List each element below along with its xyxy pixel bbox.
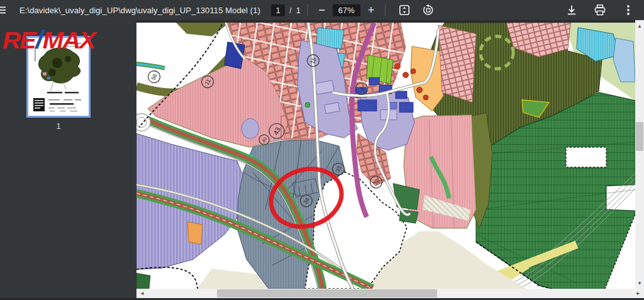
scroll-right-arrow[interactable]: ► bbox=[634, 289, 643, 298]
viewer-body: 1 RE/MAX bbox=[0, 20, 644, 300]
map-roundabout bbox=[136, 114, 150, 131]
page-divider: / bbox=[289, 6, 292, 15]
fit-to-page-icon[interactable] bbox=[398, 4, 411, 16]
zoom-out-button[interactable]: − bbox=[315, 3, 329, 17]
zoning-map-canvas[interactable]: 56111534349333432 bbox=[136, 23, 635, 289]
more-options-icon[interactable] bbox=[622, 4, 635, 16]
vertical-scrollbar-thumb[interactable] bbox=[636, 122, 643, 151]
page-number-input[interactable]: 1 bbox=[271, 4, 285, 16]
pdf-toolbar: E:\davidek\_uvaly_digi_UP\dwg\uvaly_digi… bbox=[0, 0, 644, 20]
toolbar-separator bbox=[308, 4, 308, 16]
horizontal-scrollbar-thumb[interactable] bbox=[217, 289, 437, 297]
vertical-scrollbar[interactable]: ▲ ▼ bbox=[635, 20, 644, 289]
pdf-viewer-app: E:\davidek\_uvaly_digi_UP\dwg\uvaly_digi… bbox=[0, 0, 644, 300]
remax-logo-re: RE bbox=[3, 28, 35, 53]
horizontal-scrollbar[interactable]: ◄ ► bbox=[136, 289, 644, 298]
page-total: 1 bbox=[296, 6, 301, 15]
toolbar-separator bbox=[385, 4, 386, 16]
rotate-icon[interactable] bbox=[422, 4, 435, 16]
scroll-up-arrow[interactable]: ▲ bbox=[635, 21, 644, 30]
remax-logo: RE/MAX bbox=[3, 25, 95, 54]
download-icon[interactable] bbox=[565, 4, 578, 16]
menu-icon[interactable] bbox=[0, 4, 7, 16]
pdf-page-viewport: 56111534349333432 ▲ ▼ ◄ ► bbox=[136, 20, 644, 300]
document-title: E:\davidek\_uvaly_digi_UP\dwg\uvaly_digi… bbox=[19, 6, 260, 15]
remax-logo-slash: / bbox=[35, 25, 43, 53]
scroll-left-arrow[interactable]: ◄ bbox=[138, 289, 147, 298]
remax-logo-max: MAX bbox=[43, 28, 95, 53]
zoom-in-button[interactable]: + bbox=[364, 3, 378, 17]
scroll-down-arrow[interactable]: ▼ bbox=[635, 279, 644, 287]
zoom-level-input[interactable]: 67% bbox=[333, 4, 360, 16]
thumbnail-page-label: 1 bbox=[26, 121, 91, 131]
print-icon[interactable] bbox=[594, 4, 606, 16]
thumbnail-sidebar: 1 RE/MAX bbox=[0, 20, 136, 300]
